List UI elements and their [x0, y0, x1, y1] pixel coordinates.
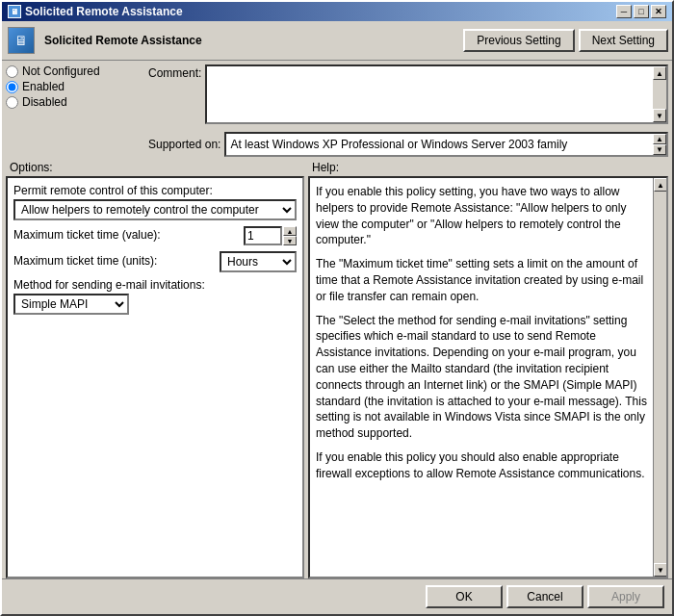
help-box: If you enable this policy setting, you h…: [310, 178, 653, 577]
help-scrollbar: ▲ ▼: [653, 178, 666, 577]
header-title: Solicited Remote Assistance: [44, 34, 202, 47]
ticket-value-section: Maximum ticket time (value): ▲ ▼: [13, 226, 297, 245]
help-label: Help:: [312, 161, 339, 174]
spinner-down[interactable]: ▼: [283, 236, 297, 245]
main-window: 🖥 Solicited Remote Assistance ─ □ ✕ 🖥 So…: [0, 0, 674, 616]
supported-scroll-down[interactable]: ▼: [653, 144, 666, 155]
ticket-value-input[interactable]: [244, 226, 282, 245]
close-button[interactable]: ✕: [651, 5, 666, 18]
bottom-bar: OK Cancel Apply: [2, 578, 672, 614]
ticket-units-section: Maximum ticket time (units): Hours Minut…: [13, 251, 297, 272]
policy-icon-inner: 🖥: [8, 27, 35, 54]
disabled-label[interactable]: Disabled: [22, 95, 67, 109]
email-label: Method for sending e-mail invitations:: [13, 278, 297, 292]
options-box: Permit remote control of this computer: …: [6, 176, 304, 578]
ticket-units-row: Maximum ticket time (units): Hours Minut…: [13, 251, 297, 272]
ok-button[interactable]: OK: [426, 585, 503, 608]
options-help-section: Permit remote control of this computer: …: [2, 176, 672, 578]
supported-value: At least Windows XP Professional or Wind…: [226, 136, 653, 153]
supported-scrollbar: ▲ ▼: [653, 134, 666, 155]
window-title: Solicited Remote Assistance: [25, 5, 183, 18]
help-p4: If you enable this policy you should als…: [316, 449, 647, 482]
ticket-units-label: Maximum ticket time (units):: [13, 254, 214, 268]
enabled-label[interactable]: Enabled: [22, 80, 65, 93]
enabled-radio[interactable]: [6, 81, 18, 93]
email-section: Method for sending e-mail invitations: S…: [13, 278, 297, 315]
radio-panel: Not Configured Enabled Disabled: [6, 64, 141, 157]
help-text: If you enable this policy setting, you h…: [316, 184, 647, 482]
minimize-button[interactable]: ─: [616, 5, 632, 18]
next-setting-button[interactable]: Next Setting: [579, 29, 668, 52]
help-box-wrap: If you enable this policy setting, you h…: [308, 176, 668, 578]
help-p2: The "Maximum ticket time" setting sets a…: [316, 256, 647, 304]
disabled-radio[interactable]: [6, 96, 18, 109]
help-panel: If you enable this policy setting, you h…: [308, 176, 668, 578]
cancel-button[interactable]: Cancel: [506, 585, 583, 608]
ticket-value-row: Maximum ticket time (value): ▲ ▼: [13, 226, 297, 245]
header-left: 🖥 Solicited Remote Assistance: [6, 25, 202, 56]
policy-icon: 🖥: [6, 25, 37, 56]
header-section: 🖥 Solicited Remote Assistance Previous S…: [2, 21, 672, 61]
help-label-wrap: Help:: [312, 161, 664, 174]
help-p1: If you enable this policy setting, you h…: [316, 184, 647, 248]
right-panel: Comment: ▲ ▼ Supported on: At least Wind…: [148, 64, 668, 157]
middle-section: Not Configured Enabled Disabled Comment:: [2, 64, 672, 157]
help-scroll-down[interactable]: ▼: [654, 563, 667, 577]
spinner-buttons: ▲ ▼: [283, 226, 297, 245]
options-content: Permit remote control of this computer: …: [13, 184, 297, 315]
options-label: Options:: [10, 161, 53, 174]
permit-select[interactable]: Allow helpers to remotely control the co…: [13, 199, 297, 220]
supported-scroll-up[interactable]: ▲: [653, 134, 666, 144]
comment-input[interactable]: [207, 66, 653, 122]
ticket-units-select[interactable]: Hours Minutes Days: [220, 251, 297, 272]
not-configured-label[interactable]: Not Configured: [22, 64, 100, 78]
title-bar-left: 🖥 Solicited Remote Assistance: [8, 5, 183, 18]
apply-button[interactable]: Apply: [587, 585, 664, 608]
spinner-up[interactable]: ▲: [283, 226, 297, 236]
permit-label: Permit remote control of this computer:: [13, 184, 297, 197]
title-bar: 🖥 Solicited Remote Assistance ─ □ ✕: [2, 2, 672, 21]
comment-label: Comment:: [148, 64, 201, 80]
ticket-value-spinner: ▲ ▼: [244, 226, 297, 245]
radio-section: Not Configured Enabled Disabled: [6, 64, 141, 109]
title-bar-buttons: ─ □ ✕: [616, 5, 666, 18]
supported-label: Supported on:: [148, 138, 220, 151]
enabled-row: Enabled: [6, 80, 141, 93]
section-labels: Options: Help:: [2, 161, 672, 174]
not-configured-radio[interactable]: [6, 65, 18, 78]
header-buttons: Previous Setting Next Setting: [463, 29, 668, 52]
comment-scroll-down[interactable]: ▼: [653, 109, 666, 122]
maximize-button[interactable]: □: [634, 5, 649, 18]
permit-section: Permit remote control of this computer: …: [13, 184, 297, 220]
ticket-value-label: Maximum ticket time (value):: [13, 228, 238, 242]
help-p3: The "Select the method for sending e-mai…: [316, 313, 647, 442]
help-scroll-up[interactable]: ▲: [654, 178, 667, 192]
options-panel: Permit remote control of this computer: …: [6, 176, 304, 578]
options-label-wrap: Options:: [10, 161, 308, 174]
email-select[interactable]: Simple MAPI Mailto: [13, 294, 129, 315]
window-icon: 🖥: [8, 5, 21, 18]
previous-setting-button[interactable]: Previous Setting: [463, 29, 574, 52]
comment-scroll-up[interactable]: ▲: [653, 66, 666, 80]
comment-scrollbar: ▲ ▼: [653, 66, 666, 122]
not-configured-row: Not Configured: [6, 64, 141, 78]
disabled-row: Disabled: [6, 95, 141, 109]
